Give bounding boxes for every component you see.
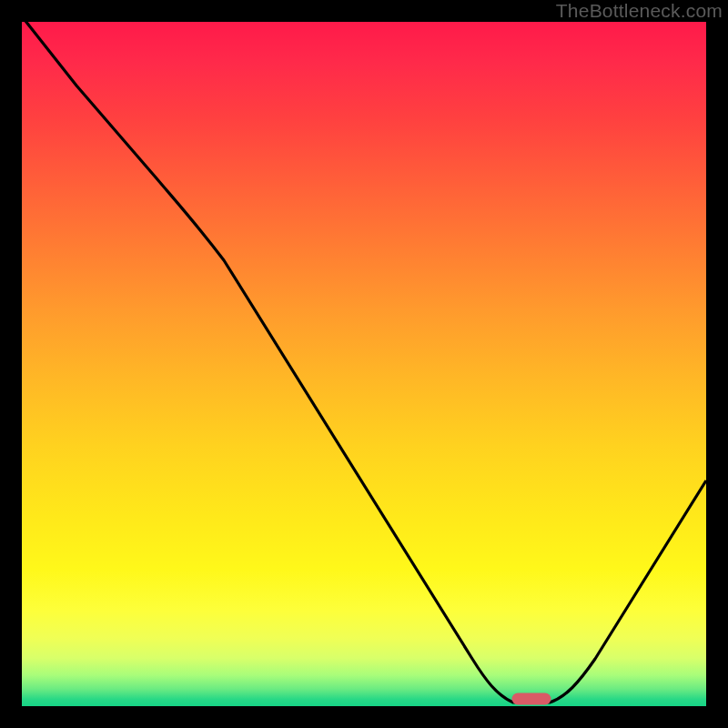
plot-area <box>22 22 706 706</box>
watermark-text: TheBottleneck.com <box>556 0 723 22</box>
chart-frame <box>19 19 709 709</box>
optimal-marker <box>512 693 551 705</box>
bottleneck-curve <box>22 22 706 706</box>
